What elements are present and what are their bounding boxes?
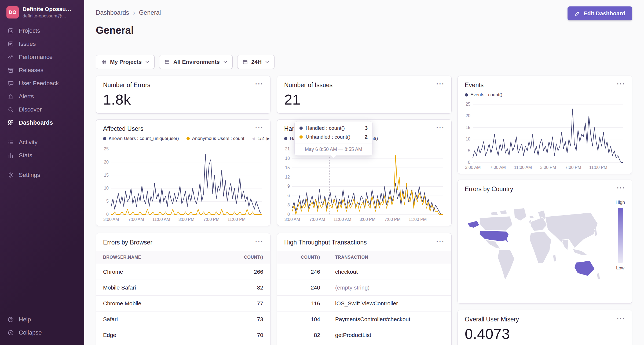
sidebar-item-performance[interactable]: Performance xyxy=(0,50,84,64)
map-region-madagascar xyxy=(553,255,557,262)
widget-menu-icon[interactable]: ⋯ xyxy=(613,81,625,87)
legend-label: Known Users : count_unique(user) xyxy=(109,136,179,141)
sidebar-item-label: Releases xyxy=(19,67,43,74)
sidebar-item-collapse[interactable]: Collapse xyxy=(0,326,84,339)
edit-dashboard-button[interactable]: Edit Dashboard xyxy=(568,6,632,20)
svg-text:12: 12 xyxy=(285,175,290,179)
table-row[interactable]: Safari73 xyxy=(96,311,270,327)
svg-text:7:00 PM: 7:00 PM xyxy=(203,217,219,222)
sidebar-item-help[interactable]: Help xyxy=(0,313,84,326)
svg-text:0: 0 xyxy=(287,212,290,217)
chart-tooltip: Handled : count() 3 Unhandled : count() … xyxy=(294,121,373,156)
svg-text:18: 18 xyxy=(285,156,290,161)
sidebar-item-dashboards[interactable]: Dashboards xyxy=(0,116,84,129)
help-icon xyxy=(7,316,14,323)
sidebar-item-issues[interactable]: Issues xyxy=(0,37,84,50)
edit-dashboard-label: Edit Dashboard xyxy=(584,10,625,17)
chart-legend: Events : count() xyxy=(458,89,632,98)
table-row[interactable]: 82getProductList xyxy=(277,327,451,343)
widget-menu-icon[interactable]: ⋯ xyxy=(433,239,444,244)
high-throughput-table: COUNT()TRANSACTION246checkout240(empty s… xyxy=(277,251,451,343)
map-region-arctic-islands xyxy=(490,212,498,216)
issues-icon xyxy=(7,40,14,47)
breadcrumb-dashboards[interactable]: Dashboards xyxy=(96,9,129,16)
user-misery-value: 0.4073 xyxy=(458,323,632,342)
map-scale-high-label: High xyxy=(616,200,625,205)
svg-text:25: 25 xyxy=(104,147,109,151)
widget-menu-icon[interactable]: ⋯ xyxy=(433,81,444,87)
tooltip-row: Handled : count() 3 xyxy=(299,125,368,131)
table-row[interactable]: Mobile Safari82 xyxy=(96,280,270,295)
table-row[interactable]: 116iOS_Swift.ViewController xyxy=(277,295,451,311)
sidebar-item-label: Issues xyxy=(19,40,36,47)
sidebar-item-alerts[interactable]: Alerts xyxy=(0,90,84,103)
widget-menu-icon[interactable]: ⋯ xyxy=(613,316,625,321)
projects-filter-button[interactable]: My Projects xyxy=(96,55,155,69)
legend-dot xyxy=(465,93,468,97)
projects-filter-label: My Projects xyxy=(110,59,142,65)
widget-title: Events xyxy=(465,81,484,89)
errors-by-browser-table: BROWSER.NAMECOUNT()Chrome266Mobile Safar… xyxy=(96,251,270,343)
sidebar-item-projects[interactable]: Projects xyxy=(0,24,84,37)
activity-icon xyxy=(7,139,14,146)
table-row[interactable]: Chrome266 xyxy=(96,264,270,280)
releases-icon xyxy=(7,66,14,74)
pager-label: 1/2 xyxy=(258,136,264,141)
svg-text:9: 9 xyxy=(287,184,290,188)
map-region-canada xyxy=(480,216,513,231)
svg-text:25: 25 xyxy=(466,102,470,106)
sidebar-item-stats[interactable]: Stats xyxy=(0,149,84,162)
pager-prev-icon[interactable]: ◀ xyxy=(252,136,255,141)
pager-next-icon[interactable]: ▶ xyxy=(267,136,270,141)
tooltip-row: Unhandled : count() 2 xyxy=(299,134,368,140)
handled-vs-unhandled-chart[interactable]: 0369121518213:00 AM7:00 AM11:00 AM3:00 P… xyxy=(280,146,446,223)
sidebar-item-user-feedback[interactable]: User Feedback xyxy=(0,77,84,90)
widget-menu-icon[interactable]: ⋯ xyxy=(613,185,625,191)
org-avatar: DO xyxy=(6,6,19,18)
svg-text:3: 3 xyxy=(287,203,290,207)
sidebar-item-label: Settings xyxy=(19,172,40,179)
errors-by-browser-widget: Errors by Browser ⋯ BROWSER.NAMECOUNT()C… xyxy=(96,233,270,345)
world-map[interactable] xyxy=(464,198,604,297)
table-row[interactable]: 246checkout xyxy=(277,264,451,280)
number-of-errors-value: 1.8k xyxy=(96,89,270,108)
map-region-africa xyxy=(529,231,551,264)
events-chart[interactable]: 05101520253:00 AM7:00 AM11:00 AM3:00 PM7… xyxy=(460,102,627,171)
map-region-new-zealand xyxy=(597,273,600,280)
affected-users-chart[interactable]: 05101520253:00 AM7:00 AM11:00 AM3:00 PM7… xyxy=(99,146,265,223)
tooltip-value: 2 xyxy=(365,134,368,140)
widget-menu-icon[interactable]: ⋯ xyxy=(251,125,263,131)
svg-text:20: 20 xyxy=(104,160,109,164)
sidebar-item-settings[interactable]: Settings xyxy=(0,168,84,181)
widget-title: Affected Users xyxy=(103,125,143,133)
sidebar-item-releases[interactable]: Releases xyxy=(0,64,84,77)
projects-filter-icon xyxy=(101,59,107,65)
sidebar-item-label: Stats xyxy=(19,152,32,159)
widget-menu-icon[interactable]: ⋯ xyxy=(433,125,444,131)
sidebar-item-activity[interactable]: Activity xyxy=(0,136,84,149)
svg-text:11:00 PM: 11:00 PM xyxy=(589,165,607,170)
table-row[interactable]: 240(empty string) xyxy=(277,280,451,295)
table-row[interactable]: Edge70 xyxy=(96,327,270,343)
breadcrumb: Dashboards › General xyxy=(96,9,161,16)
svg-text:10: 10 xyxy=(104,186,109,190)
number-of-errors-widget: Number of Errors ⋯ 1.8k xyxy=(96,76,270,114)
tooltip-label: Unhandled : count() xyxy=(306,134,350,140)
legend-label: Anonymous Users : count xyxy=(192,136,244,141)
org-switcher[interactable]: DO Definite Opossu… definite-opossum@… xyxy=(0,0,84,23)
time-range-filter-button[interactable]: 24H xyxy=(237,55,275,69)
widget-title: Number of Issues xyxy=(284,81,332,89)
environments-filter-button[interactable]: All Environments xyxy=(159,55,233,69)
sidebar-item-discover[interactable]: Discover xyxy=(0,103,84,116)
map-region-alaska xyxy=(468,221,480,228)
sidebar-item-label: Projects xyxy=(19,27,40,34)
sidebar-item-label: Collapse xyxy=(19,329,42,336)
widget-menu-icon[interactable]: ⋯ xyxy=(251,81,263,87)
page-title: General xyxy=(96,25,134,36)
map-region-greenland xyxy=(514,208,526,221)
table-row[interactable]: Chrome Mobile77 xyxy=(96,295,270,311)
svg-text:11:00 AM: 11:00 AM xyxy=(152,217,170,222)
table-row[interactable]: 104PaymentsController#checkout xyxy=(277,311,451,327)
map-region-australia xyxy=(574,261,595,276)
widget-menu-icon[interactable]: ⋯ xyxy=(251,239,263,244)
